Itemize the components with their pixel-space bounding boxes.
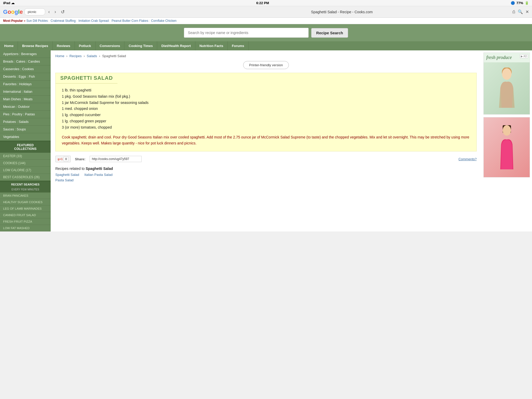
- google-logo: Google: [3, 9, 23, 15]
- status-bar: iPad ☁ 6:22 PM 🔵 77% 🔋: [0, 0, 532, 6]
- ingredient-4: 1 med. chopped onion: [62, 106, 470, 112]
- browser-chrome: Google picnic ‹ › ↺ Spaghetti Salad - Re…: [0, 6, 532, 18]
- search-input[interactable]: [184, 28, 309, 38]
- recent-canned-fruit-salad[interactable]: CANNED FRUIT SALAD: [0, 212, 51, 218]
- recent-searches-subtitle: EVERY FEW MINUTES: [0, 188, 51, 192]
- recipe-body: 1 lb. thin spaghetti 1 pkg. Good Seasons…: [56, 84, 476, 151]
- collection-best-casseroles[interactable]: BEST CASSEROLES (26): [0, 174, 51, 181]
- recipe-instructions: Cook spaghetti; drain and cool. Pour dry…: [62, 134, 470, 147]
- svg-point-5: [503, 125, 511, 136]
- nav-forums[interactable]: Forums: [228, 41, 249, 50]
- status-right: 🔵 77% 🔋: [511, 1, 529, 5]
- nav-diet-health[interactable]: Diet/Health Report: [157, 41, 195, 50]
- ad-column: ▶ AD fresh produce: [481, 50, 532, 231]
- featured-collections-title: FEATUREDCOLLECTIONS: [0, 141, 51, 153]
- sidebar-item-pies[interactable]: Pies : Poultry : Pastas: [0, 111, 51, 118]
- nav-home[interactable]: Home: [0, 41, 18, 50]
- page-layout: Appetizers : Beverages Breads : Cakes : …: [0, 50, 532, 231]
- ingredient-2: 1 pkg. Good Seasons Italian mix (foil pk…: [62, 94, 470, 100]
- close-tab-button[interactable]: ✕: [526, 9, 529, 14]
- svg-point-2: [502, 68, 511, 80]
- main-content: Home › Recipes › Salads › Spaghetti Sala…: [51, 50, 481, 231]
- popular-link-2[interactable]: Crabmeat Stuffing: [51, 19, 76, 23]
- related-links: Spaghetti Salad Italian Pasta Salad: [55, 173, 477, 177]
- sidebar-item-favorites[interactable]: Favorites : Holidays: [0, 81, 51, 88]
- collection-low-calorie[interactable]: LOW CALORIE (17): [0, 167, 51, 174]
- nav-browse-recipes[interactable]: Browse Recipes: [18, 41, 52, 50]
- related-link-2[interactable]: Italian Pasta Salad: [84, 173, 112, 177]
- sidebar-item-casseroles[interactable]: Casseroles : Cookies: [0, 65, 51, 73]
- sidebar-item-desserts[interactable]: Desserts : Eggs : Fish: [0, 73, 51, 81]
- breadcrumb-salads[interactable]: Salads: [87, 54, 97, 58]
- back-button[interactable]: ‹: [47, 9, 51, 15]
- gplus-button[interactable]: g+1 0: [55, 156, 71, 162]
- sidebar-item-sauces[interactable]: Sauces : Soups: [0, 126, 51, 133]
- ad-image-1: [484, 62, 530, 114]
- collection-cookies[interactable]: COOKIES (144): [0, 160, 51, 167]
- battery-label: 77%: [516, 1, 523, 5]
- sidebar-item-main-dishes[interactable]: Main Dishes : Meats: [0, 96, 51, 103]
- sidebar-item-breads[interactable]: Breads : Cakes : Candies: [0, 58, 51, 65]
- popular-link-5[interactable]: Cornflake Chicken: [151, 19, 176, 23]
- bluetooth-icon: 🔵: [511, 1, 515, 5]
- ingredient-5: 1 lg. chopped cucumber: [62, 112, 470, 118]
- nav-conversions[interactable]: Conversions: [96, 41, 125, 50]
- breadcrumb-home[interactable]: Home: [55, 54, 64, 58]
- nav-cooking-times[interactable]: Cooking Times: [124, 41, 157, 50]
- comments-link[interactable]: Comments?: [458, 157, 477, 161]
- share-button[interactable]: ⎙: [513, 10, 515, 14]
- ingredient-3: 1 jar McCormick Salad Supreme for season…: [62, 100, 470, 106]
- sidebar-item-mexican[interactable]: Mexican : Outdoor: [0, 103, 51, 111]
- gplus-count: 0: [64, 157, 68, 161]
- recent-low-fat-mashed[interactable]: LOW FAT MASHED: [0, 225, 51, 231]
- page-title-bar: Spaghetti Salad - Recipe - Cooks.com: [174, 10, 510, 14]
- share-label: Share:: [75, 157, 85, 161]
- social-row: g+1 0 Share: Comments?: [55, 156, 477, 162]
- printer-btn-wrap: Printer-friendly version: [55, 61, 477, 69]
- recent-searches-title: RECENT SEARCHES: [0, 181, 51, 188]
- most-popular-arrow: »: [24, 19, 26, 23]
- recent-fresh-fruit-pizza[interactable]: FRESH FRUIT PIZZA: [0, 218, 51, 225]
- search-button[interactable]: Recipe Search: [311, 28, 348, 38]
- sidebar-item-vegetables[interactable]: Vegetables: [0, 133, 51, 141]
- recent-healthy-sugar-cookies[interactable]: HEALTHY SUGAR COOKIES: [0, 199, 51, 205]
- sidebar-item-international[interactable]: International : Italian: [0, 88, 51, 96]
- recent-bran-pancakes[interactable]: BRAN PANCAKES: [0, 192, 51, 199]
- popular-link-3[interactable]: Imitation Crab Spread: [78, 19, 109, 23]
- address-bar-area: Google picnic ‹ › ↺: [3, 8, 171, 15]
- recent-leg-of-lamb[interactable]: LEG OF LAMB MARINADES: [0, 205, 51, 212]
- related-link-3[interactable]: Pasta Salad: [55, 178, 74, 182]
- nav-nutrition-facts[interactable]: Nutrition Facts: [195, 41, 228, 50]
- popular-link-1[interactable]: Sun Dill Pickles: [26, 19, 48, 23]
- ingredient-6: 1 lg. chopped green pepper: [62, 118, 470, 124]
- recipe-card: SPAGHETTI SALAD 1 lb. thin spaghetti 1 p…: [55, 73, 477, 151]
- site-header: Recipe Search: [0, 24, 532, 41]
- refresh-button[interactable]: ↺: [59, 9, 66, 15]
- search-in-page-button[interactable]: 🔍: [518, 9, 523, 14]
- breadcrumb: Home › Recipes › Salads › Spaghetti Sala…: [55, 54, 477, 58]
- address-input[interactable]: picnic: [24, 8, 45, 15]
- nav-potluck[interactable]: Potluck: [75, 41, 96, 50]
- collection-easter[interactable]: EASTER (33): [0, 153, 51, 160]
- forward-button[interactable]: ›: [53, 9, 58, 15]
- browser-actions: ⎙ 🔍 ✕: [513, 9, 529, 14]
- related-bold-title: Spaghetti Salad: [86, 167, 113, 171]
- breadcrumb-recipes[interactable]: Recipes: [69, 54, 82, 58]
- sidebar: Appetizers : Beverages Breads : Cakes : …: [0, 50, 51, 231]
- share-url-input[interactable]: [90, 156, 142, 162]
- popular-link-4[interactable]: Peanut Butter Corn Flakes: [111, 19, 148, 23]
- ingredient-7: 3 (or more) tomatoes, chopped: [62, 124, 470, 131]
- ad-box-2[interactable]: [483, 117, 530, 177]
- related-section: Recipes related to Spaghetti Salad Spagh…: [55, 167, 477, 182]
- ad-box-1[interactable]: ▶ AD fresh produce: [483, 52, 530, 115]
- ad-badge-1: ▶ AD: [520, 54, 528, 58]
- time-display: 6:22 PM: [256, 1, 269, 5]
- sidebar-item-appetizers[interactable]: Appetizers : Beverages: [0, 50, 51, 58]
- related-links-2: Pasta Salad: [55, 178, 477, 182]
- nav-reviews[interactable]: Reviews: [53, 41, 75, 50]
- sidebar-item-potatoes[interactable]: Potatoes : Salads: [0, 118, 51, 126]
- related-title: Recipes related to Spaghetti Salad: [55, 167, 477, 171]
- printer-friendly-button[interactable]: Printer-friendly version: [243, 61, 289, 69]
- related-link-1[interactable]: Spaghetti Salad: [55, 173, 79, 177]
- ipad-label: iPad ☁: [3, 1, 15, 5]
